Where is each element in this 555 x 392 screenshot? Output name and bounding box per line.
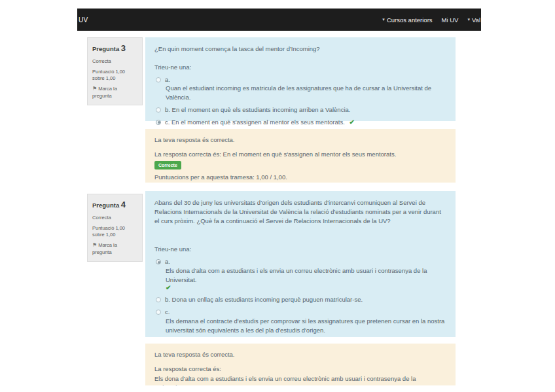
question-number: 3 bbox=[121, 43, 126, 53]
question3-info-panel: Pregunta 3 Correcta Puntuació 1,00 sobre… bbox=[87, 37, 143, 105]
top-navbar: UV ▾ Cursos anteriors Mi UV ▾ Val bbox=[77, 9, 481, 31]
question4-choose-label: Trieu-ne una: bbox=[154, 245, 446, 254]
nav-cursos-anteriors[interactable]: ▾ Cursos anteriors bbox=[382, 16, 432, 24]
question4-feedback: La teva resposta és correcta. La respost… bbox=[145, 344, 456, 385]
option-letter: a. bbox=[165, 75, 446, 84]
nav-language-selector[interactable]: ▾ Val bbox=[467, 16, 480, 24]
feedback-marks: Puntuacions per a aquesta tramesa: 1,00 … bbox=[154, 173, 446, 181]
grade-line1: Puntuació 1,00 bbox=[92, 69, 137, 75]
question4-prompt: Abans del 30 de juny les universitats d'… bbox=[154, 198, 446, 225]
question4-title: Pregunta 4 bbox=[92, 199, 137, 211]
option-text: Quan el estudiant incoming es matricula … bbox=[166, 84, 446, 102]
question3-grade: Puntuació 1,00 sobre 1,00 bbox=[92, 69, 137, 82]
flag-icon: ⚑ bbox=[92, 242, 97, 248]
option-text: En el moment en què s'assignen al mentor… bbox=[171, 118, 345, 126]
option-letter: b. bbox=[165, 296, 170, 303]
feedback-correct-answer-text: Els dona d'alta com a estudiants i els e… bbox=[154, 374, 446, 385]
radio-option-c-selected[interactable] bbox=[156, 120, 161, 125]
feedback-correct-answer-label: La resposta correcta és: bbox=[154, 365, 446, 373]
question4-option-a: a. Els dona d'alta com a estudiants i el… bbox=[154, 257, 446, 292]
option-text: En el moment en què els estudiants incom… bbox=[172, 106, 351, 113]
uv-logo[interactable]: UV bbox=[77, 16, 88, 24]
question3-option-b: b. En el moment en què els estudiants in… bbox=[154, 105, 446, 115]
option-text: Els dona d'alta com a estudiants i els e… bbox=[166, 266, 446, 285]
question3-option-a: a. Quan el estudiant incoming es matricu… bbox=[154, 75, 446, 102]
radio-option-c[interactable] bbox=[156, 310, 161, 315]
question3-choose-label: Trieu-ne una: bbox=[154, 63, 446, 72]
question4-state: Correcta bbox=[92, 215, 137, 221]
question3-prompt: ¿En quin moment comença la tasca del men… bbox=[154, 45, 446, 54]
correct-check-icon: ✔ bbox=[166, 284, 446, 292]
chevron-down-icon: ▾ bbox=[467, 17, 470, 22]
feedback-correct-answer: La resposta correcta és: En el moment en… bbox=[154, 150, 446, 158]
navbar-right: ▾ Cursos anteriors Mi UV ▾ Val bbox=[382, 16, 481, 24]
grade-line2: sobre 1,00 bbox=[92, 232, 137, 238]
option-letter: b. bbox=[165, 106, 170, 113]
correct-check-icon: ✔ bbox=[349, 118, 354, 126]
radio-option-b[interactable] bbox=[156, 297, 161, 302]
question-label: Pregunta bbox=[92, 202, 119, 209]
question3-body: ¿En quin moment comença la tasca del men… bbox=[145, 37, 456, 121]
nav-mi-uv-label: Mi UV bbox=[442, 16, 459, 24]
question3-title: Pregunta 3 bbox=[92, 43, 137, 54]
feedback-your-answer: La teva resposta és correcta. bbox=[154, 350, 446, 359]
nav-mi-uv[interactable]: Mi UV bbox=[442, 16, 459, 24]
option-letter: c. bbox=[165, 308, 446, 317]
radio-option-a[interactable] bbox=[156, 77, 161, 82]
option-text: Els demana el contracte d'estudis per co… bbox=[166, 317, 446, 335]
grade-line1: Puntuació 1,00 bbox=[92, 225, 137, 232]
question4-body: Abans del 30 de juny les universitats d'… bbox=[145, 191, 456, 337]
question3-flag-link[interactable]: ⚑Marca la pregunta bbox=[92, 86, 137, 99]
question4-option-b: b. Dona un enllaç als estudiants incomin… bbox=[154, 295, 446, 304]
chevron-down-icon: ▾ bbox=[382, 17, 385, 22]
question4-option-c: c. Els demana el contracte d'estudis per… bbox=[154, 308, 446, 334]
option-letter: a. bbox=[165, 257, 446, 266]
nav-language-label: Val bbox=[472, 16, 480, 24]
question3-state: Correcta bbox=[92, 58, 137, 65]
radio-option-a-selected[interactable] bbox=[156, 259, 161, 264]
question-number: 4 bbox=[121, 200, 126, 209]
question4-flag-link[interactable]: ⚑Marca la pregunta bbox=[92, 242, 137, 256]
radio-option-b[interactable] bbox=[156, 107, 161, 113]
question-label: Pregunta bbox=[92, 45, 119, 52]
correct-badge: Correcte bbox=[154, 161, 181, 170]
question4-grade: Puntuació 1,00 sobre 1,00 bbox=[92, 225, 137, 238]
question3-option-c: c. En el moment en què s'assignen al men… bbox=[154, 118, 446, 128]
flag-icon: ⚑ bbox=[92, 86, 97, 92]
feedback-your-answer: La teva resposta és correcta. bbox=[154, 135, 446, 144]
question3-feedback: La teva resposta és correcta. La respost… bbox=[145, 129, 456, 183]
grade-line2: sobre 1,00 bbox=[92, 75, 137, 82]
option-letter: c. bbox=[165, 118, 170, 126]
question4-info-panel: Pregunta 4 Correcta Puntuació 1,00 sobre… bbox=[87, 194, 143, 262]
nav-cursos-anteriors-label: Cursos anteriors bbox=[387, 16, 433, 24]
option-text: Dona un enllaç als estudiants incoming p… bbox=[172, 296, 363, 303]
